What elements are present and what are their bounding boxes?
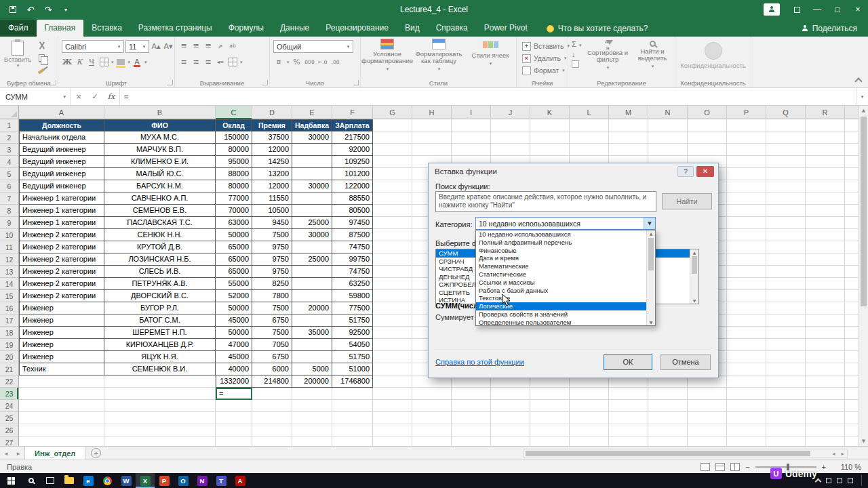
undo-icon[interactable]: ↶ <box>23 3 38 16</box>
cell[interactable]: 30000 <box>292 180 332 192</box>
cell[interactable]: 92000 <box>332 144 373 156</box>
cell[interactable] <box>292 241 332 253</box>
table-header-5[interactable]: Надбавка <box>292 119 332 131</box>
collapse-ribbon-icon[interactable] <box>854 77 862 85</box>
ribbon-tab-Вставка[interactable]: Вставка <box>83 20 130 37</box>
page-break-view-icon[interactable] <box>730 463 740 471</box>
taskbar-chrome-browser[interactable] <box>98 473 117 488</box>
cell[interactable]: 88000 <box>216 168 252 180</box>
row-header-14[interactable]: 14 <box>0 278 18 290</box>
row-header-4[interactable]: 4 <box>0 156 18 168</box>
cell[interactable]: Инженер 2 категории <box>19 253 104 266</box>
cell[interactable]: Инженер 1 категории <box>19 192 104 205</box>
row-header-1[interactable]: 1 <box>0 119 18 131</box>
cell[interactable]: СЕНЮК Н.Н. <box>104 229 216 241</box>
cell[interactable] <box>292 205 332 217</box>
scroll-left-icon[interactable]: ◂ <box>829 449 838 458</box>
cell[interactable]: 80500 <box>332 205 373 217</box>
tell-me-box[interactable]: Что вы хотите сделать? <box>547 24 648 37</box>
cell[interactable] <box>292 278 332 290</box>
cell[interactable]: 51000 <box>332 363 373 375</box>
column-header-E[interactable]: E <box>292 106 332 119</box>
cell[interactable]: БАРСУК Н.М. <box>104 180 216 192</box>
row-header-2[interactable]: 2 <box>0 131 18 144</box>
cell[interactable]: 77000 <box>216 192 252 205</box>
grow-font-icon[interactable]: А▴ <box>151 41 161 52</box>
cell[interactable]: 77500 <box>332 302 373 314</box>
cell[interactable]: 65000 <box>216 253 252 266</box>
ribbon-tab-Формулы[interactable]: Формулы <box>220 20 272 37</box>
decrease-indent-icon[interactable]: ◂≡ <box>215 56 226 68</box>
row-header-9[interactable]: 9 <box>0 217 18 229</box>
row-header-21[interactable]: 21 <box>0 363 18 375</box>
name-box[interactable]: СУММ ▾ <box>0 88 71 105</box>
cell[interactable]: ПЕТРУНЯК А.В. <box>104 278 216 290</box>
column-header-G[interactable]: G <box>373 106 412 119</box>
column-header-R[interactable]: R <box>806 106 845 119</box>
percent-style-icon[interactable]: % <box>292 56 302 68</box>
vertical-scrollbar[interactable]: ▲ ▼ <box>859 106 868 446</box>
row-header-20[interactable]: 20 <box>0 351 18 363</box>
cell[interactable]: 45000 <box>216 351 252 363</box>
close-icon[interactable]: × <box>848 0 868 19</box>
cell-styles-button[interactable]: Стили ячеек▾ <box>465 39 516 79</box>
cell[interactable]: Инженер <box>19 351 104 363</box>
tray-icon-1[interactable] <box>826 478 831 483</box>
table-header-3[interactable]: Оклад <box>216 119 252 131</box>
cell[interactable]: ЯЦУК Н.Я. <box>104 351 216 363</box>
cell[interactable]: 7500 <box>252 229 292 241</box>
copy-icon[interactable] <box>37 54 46 62</box>
cell[interactable]: БУГОР Р.Л. <box>104 302 216 314</box>
cell[interactable]: Инженер 2 категории <box>19 229 104 241</box>
cell[interactable] <box>292 290 332 302</box>
cell[interactable]: Ведущий инженер <box>19 180 104 192</box>
prev-sheet-icon[interactable]: ◂ <box>0 447 12 460</box>
insert-function-icon[interactable]: fx <box>103 88 119 105</box>
font-color-icon[interactable]: А <box>132 56 142 68</box>
cell[interactable]: Инженер <box>19 302 104 314</box>
orientation-icon[interactable]: ⇗ <box>215 40 226 52</box>
category-option[interactable]: Математические <box>476 262 646 270</box>
cell[interactable] <box>292 156 332 168</box>
taskbar-acrobat[interactable]: A <box>231 473 250 488</box>
ribbon-tab-Рецензирование[interactable]: Рецензирование <box>317 20 397 37</box>
cell[interactable]: КЛИМЕНКО Е.И. <box>104 156 216 168</box>
cell[interactable]: 50000 <box>216 302 252 314</box>
category-option[interactable]: Ссылки и массивы <box>476 279 646 287</box>
tray-expand-icon[interactable] <box>815 479 822 485</box>
taskbar-file-explorer[interactable] <box>60 473 79 488</box>
column-header-O[interactable]: O <box>688 106 727 119</box>
delete-cells-button[interactable]: × Удалить▾ <box>522 52 567 64</box>
column-header-N[interactable]: N <box>648 106 688 119</box>
cell[interactable]: Инженер 1 категории <box>19 205 104 217</box>
autosum-icon[interactable]: Σ ▾ <box>572 40 581 48</box>
cell[interactable]: 54050 <box>332 339 373 351</box>
cell[interactable]: 9750 <box>252 253 292 266</box>
font-size-combo[interactable]: 11▾ <box>125 40 149 53</box>
cell[interactable]: 7050 <box>252 339 292 351</box>
column-header-C[interactable]: C <box>216 106 252 119</box>
cell[interactable]: БАТОГ С.М. <box>104 314 216 327</box>
cell[interactable]: Ведущий инженер <box>19 156 104 168</box>
cell[interactable]: ПАСЛАВСКАЯ Т.С. <box>104 217 216 229</box>
bold-button[interactable]: Ж <box>62 56 73 68</box>
category-option[interactable]: Определенные пользователем <box>476 319 646 325</box>
table-header-4[interactable]: Премия <box>252 119 292 131</box>
cell[interactable]: 7500 <box>252 327 292 339</box>
underline-button[interactable]: Ч <box>86 56 97 68</box>
cell[interactable]: 9450 <box>252 217 292 229</box>
total-cell[interactable]: 200000 <box>292 375 332 388</box>
cell[interactable]: 45000 <box>216 314 252 327</box>
number-format-combo[interactable]: Общий▾ <box>273 40 353 53</box>
dialog-title[interactable]: Вставка функции <box>429 163 718 180</box>
table-header-6[interactable]: ЗАрплата <box>332 119 373 131</box>
taskbar-search[interactable] <box>22 473 41 488</box>
user-avatar[interactable] <box>764 3 780 16</box>
cell[interactable]: 8250 <box>252 278 292 290</box>
column-header-P[interactable]: P <box>727 106 766 119</box>
cancel-entry-icon[interactable]: × <box>71 88 87 105</box>
font-dialog-launcher[interactable] <box>167 80 173 85</box>
sheet-tab-active[interactable]: Инж_отдел <box>24 447 85 460</box>
align-right-icon[interactable]: ≡ <box>203 56 214 68</box>
comma-style-icon[interactable]: 000 <box>304 56 315 68</box>
